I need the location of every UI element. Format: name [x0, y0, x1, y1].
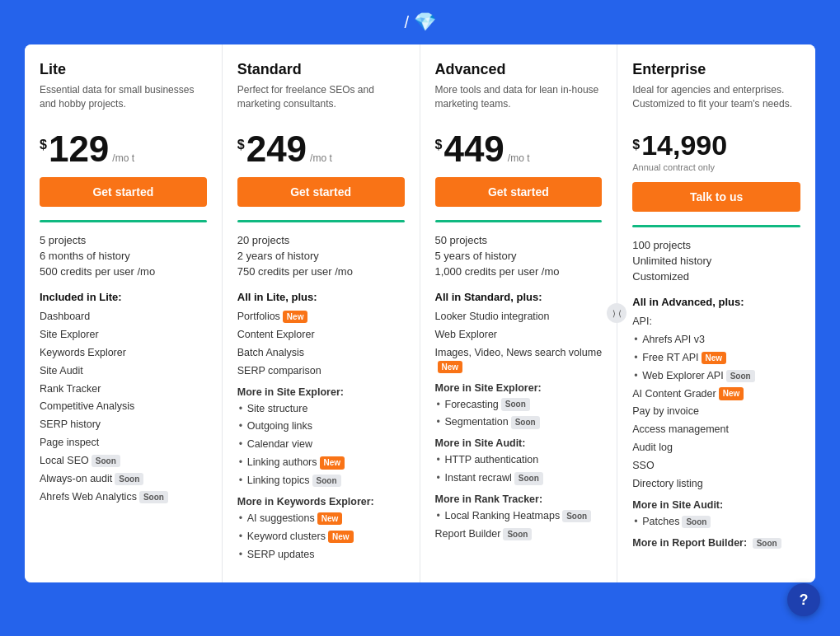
feature-item: Rank Tracker	[40, 382, 207, 396]
feature-item: Page inspect	[40, 436, 207, 450]
plan-desc: Perfect for freelance SEOs and marketing…	[237, 83, 405, 123]
feature-item: Audit log	[632, 441, 800, 455]
feature-item: Ahrefs Web AnalyticsSoon	[40, 490, 207, 504]
cta-button[interactable]: Get started	[237, 177, 405, 207]
feature-item: PortfoliosNew	[237, 310, 405, 324]
annual-note: Annual contract only	[632, 162, 800, 172]
plan-desc: Essential data for small businesses and …	[40, 83, 207, 123]
stat-item: Unlimited history	[632, 255, 800, 267]
feature-item: Always-on auditSoon	[40, 472, 207, 486]
feature-item: Dashboard	[40, 310, 207, 324]
plan-stats: 20 projects2 years of history750 credits…	[237, 234, 405, 278]
feature-subitem: SERP updates	[237, 548, 405, 562]
stat-item: 6 months of history	[40, 250, 207, 262]
price-amount: 129	[49, 131, 109, 167]
price-period: /mo t	[310, 152, 332, 164]
features-list: API:Ahrefs API v3Free RT APINewWeb Explo…	[632, 315, 800, 549]
price-symbol: $	[237, 138, 245, 152]
feature-subitem: PatchesSoon	[632, 515, 800, 529]
plan-col-enterprise: Enterprise Ideal for agencies and enterp…	[617, 44, 815, 582]
plan-stats: 5 projects6 months of history500 credits…	[40, 234, 207, 278]
stat-item: 5 years of history	[435, 250, 603, 262]
plan-name: Enterprise	[632, 61, 800, 78]
feature-item: Pay by invoice	[632, 405, 800, 419]
stat-item: Customized	[632, 270, 800, 283]
feature-subitem: Outgoing links	[237, 419, 405, 433]
subsection-title: More in Keywords Explorer:	[237, 496, 405, 507]
cta-button[interactable]: Get started	[40, 177, 207, 207]
plan-divider	[632, 225, 800, 227]
price-amount: 449	[443, 131, 504, 167]
feature-item: Site Explorer	[40, 328, 207, 342]
stat-item: 1,000 credits per user /mo	[435, 265, 603, 278]
feature-item: Ahrefs API v3	[632, 333, 800, 347]
plan-desc: Ideal for agencies and enterprises. Cust…	[632, 83, 800, 123]
feature-item: Looker Studio integration	[435, 310, 603, 324]
plan-name: Lite	[40, 61, 207, 78]
plan-name: Standard	[237, 61, 405, 78]
price-amount: 249	[246, 131, 307, 167]
feature-item: Local SEOSoon	[40, 454, 207, 468]
stat-item: 2 years of history	[237, 250, 405, 262]
diamond-icon: 💎	[414, 12, 436, 32]
feature-subitem: Site structure	[237, 402, 405, 416]
stat-item: 750 credits per user /mo	[237, 265, 405, 278]
separator: /	[404, 13, 413, 31]
help-button[interactable]: ?	[787, 583, 820, 616]
feature-item: Content Explorer	[237, 328, 405, 342]
plan-stats: 100 projectsUnlimited historyCustomized	[632, 239, 800, 283]
feature-subitem: HTTP authentication	[435, 453, 603, 467]
feature-item: Web Explorer	[435, 328, 603, 342]
feature-item: Images, Video, News search volumeNew	[435, 346, 603, 374]
feature-item: Batch Analysis	[237, 346, 405, 360]
subsection-title: More in Site Explorer:	[435, 382, 603, 394]
price-row: $ 14,990	[632, 131, 800, 159]
feature-item: Report BuilderSoon	[435, 527, 603, 541]
stat-item: 20 projects	[237, 234, 405, 246]
feature-subitem: Local Ranking HeatmapsSoon	[435, 509, 603, 523]
feature-item: Free RT APINew	[632, 351, 800, 365]
feature-item: Keywords Explorer	[40, 346, 207, 360]
price-row: $ 249 /mo t	[237, 131, 405, 167]
stat-item: 50 projects	[435, 234, 603, 246]
feature-item: SERP history	[40, 418, 207, 432]
feature-item: Directory listing	[632, 477, 800, 491]
feature-subitem: Instant recrawlSoon	[435, 471, 603, 485]
plan-divider	[40, 220, 207, 222]
feature-item: Access management	[632, 423, 800, 437]
price-symbol: $	[435, 138, 443, 152]
price-period: /mo t	[508, 152, 530, 164]
stat-item: 5 projects	[40, 234, 207, 246]
feature-item: SERP comparison	[237, 364, 405, 378]
included-title: Included in Lite:	[40, 291, 207, 303]
stat-item: 500 credits per user /mo	[40, 265, 207, 278]
feature-item: Competitive Analysis	[40, 400, 207, 414]
features-list: PortfoliosNewContent ExplorerBatch Analy…	[237, 310, 405, 562]
plan-col-lite: Lite Essential data for small businesses…	[25, 44, 223, 582]
price-amount: 14,990	[641, 131, 727, 159]
feature-subitem: Calendar view	[237, 437, 405, 451]
price-row: $ 449 /mo t	[435, 131, 603, 167]
feature-item: Site Audit	[40, 364, 207, 378]
plan-desc: More tools and data for lean in-house ma…	[435, 83, 603, 123]
top-bar: / 💎	[0, 0, 840, 44]
cta-button[interactable]: Get started	[435, 177, 603, 207]
features-list: DashboardSite ExplorerKeywords ExplorerS…	[40, 310, 207, 504]
subsection-title: More in Rank Tracker:	[435, 493, 603, 505]
included-title: All in Advanced, plus:	[632, 296, 800, 308]
plan-col-advanced: Advanced More tools and data for lean in…	[420, 44, 618, 582]
feature-subitem: SegmentationSoon	[435, 415, 603, 429]
feature-subitem: AI suggestionsNew	[237, 512, 405, 526]
stat-item: 100 projects	[632, 239, 800, 251]
cta-button[interactable]: Talk to us	[632, 182, 800, 212]
feature-item: AI Content GraderNew	[632, 387, 800, 401]
included-title: All in Lite, plus:	[237, 291, 405, 303]
feature-subitem: Linking topicsSoon	[237, 474, 405, 488]
subsection-title: More in Site Audit:	[435, 437, 603, 449]
feature-subitem: ForecastingSoon	[435, 398, 603, 412]
expand-button[interactable]: ⟩ ⟨	[607, 303, 626, 323]
plan-name: Advanced	[435, 61, 603, 78]
price-symbol: $	[632, 138, 640, 152]
subsection-title: More in Site Explorer:	[237, 386, 405, 398]
feature-subitem: Keyword clustersNew	[237, 530, 405, 544]
